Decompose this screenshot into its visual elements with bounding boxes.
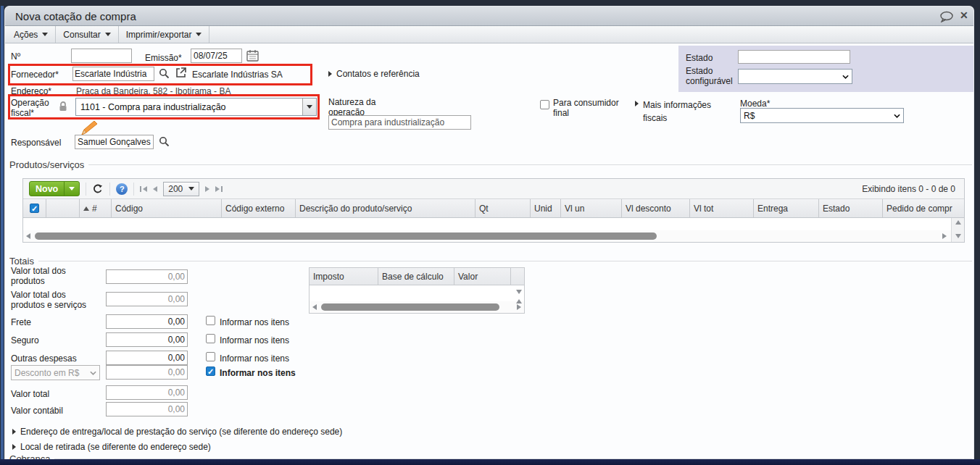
totais-legend-label: Totais	[9, 256, 34, 267]
column-header-estado[interactable]: Estado	[819, 199, 883, 217]
first-page-button[interactable]	[140, 186, 147, 192]
menu-acoes[interactable]: Ações	[7, 26, 56, 43]
column-header-imposto[interactable]: Imposto	[310, 268, 378, 285]
total-produtos-input	[106, 269, 188, 284]
desconto-select[interactable]: Desconto em R$	[11, 365, 100, 380]
column-label: Valor	[458, 272, 478, 282]
emissao-input[interactable]	[191, 49, 242, 63]
select-all-checkbox[interactable]: ✓	[30, 204, 39, 213]
operacao-fiscal-value: 1101 - Compra para industrialização	[76, 102, 226, 112]
scroll-left-icon[interactable]	[26, 233, 30, 239]
chevron-down-icon	[842, 75, 849, 79]
estado-configuravel-select[interactable]	[738, 69, 852, 84]
natureza-input[interactable]	[328, 115, 471, 130]
numero-input[interactable]	[71, 49, 132, 63]
next-page-button[interactable]	[205, 186, 209, 192]
total-produtos-label: Valor total dos produtos	[11, 266, 91, 286]
prev-page-button[interactable]	[153, 186, 157, 192]
menu-consultar[interactable]: Consultar	[56, 26, 118, 43]
column-header-codigo-externo[interactable]: Código externo	[222, 199, 296, 217]
dropdown-button[interactable]	[302, 99, 316, 115]
scrollbar-thumb[interactable]	[35, 232, 657, 240]
fornecedor-link[interactable]: Escarlate Indústrias SA	[192, 70, 283, 80]
contatos-referencia-link[interactable]: Contatos e referência	[328, 69, 420, 79]
estado-input[interactable]	[738, 50, 850, 64]
select-all-cell: ✓	[23, 199, 46, 217]
chat-icon[interactable]	[939, 11, 955, 22]
operacao-fiscal-label: Operação fiscal*	[11, 98, 54, 118]
consumidor-final-checkbox[interactable]	[540, 100, 549, 109]
column-header-unid[interactable]: Unid	[531, 199, 561, 217]
scroll-down-icon[interactable]	[952, 225, 964, 238]
valor-total-input	[106, 385, 188, 400]
last-page-button[interactable]	[215, 186, 223, 192]
imposto-horizontal-scrollbar[interactable]	[310, 301, 524, 313]
seguro-informar-label: Informar nos itens	[220, 335, 289, 345]
column-header-qt[interactable]: Qt	[476, 199, 531, 217]
outras-despesas-input[interactable]	[106, 351, 188, 365]
refresh-icon[interactable]	[92, 183, 104, 195]
chevron-down-icon	[307, 105, 312, 109]
column-header-entrega[interactable]: Entrega	[754, 199, 819, 217]
help-icon[interactable]: ?	[116, 183, 128, 195]
column-header-vl-un[interactable]: Vl un	[561, 199, 622, 217]
fornecedor-input[interactable]	[72, 67, 154, 81]
column-header-codigo[interactable]: Código	[112, 199, 222, 217]
column-header-valor[interactable]: Valor	[454, 268, 511, 285]
column-header-vl-desconto[interactable]: Vl desconto	[622, 199, 690, 217]
frete-input[interactable]	[106, 314, 188, 329]
seguro-informar-checkbox[interactable]	[206, 334, 215, 343]
column-header-vl-tot[interactable]: Vl tot	[690, 199, 754, 217]
responsavel-input[interactable]	[75, 135, 154, 149]
divider	[38, 261, 972, 261]
column-header-base-calculo[interactable]: Base de cálculo	[378, 268, 454, 285]
close-icon[interactable]: ✕	[960, 9, 968, 21]
column-header-actions[interactable]	[46, 199, 80, 217]
page-title: Nova cotação de compra	[15, 10, 136, 22]
seguro-input[interactable]	[106, 332, 188, 347]
mais-informacoes-fiscais-link[interactable]: Mais informações fiscais	[635, 99, 736, 125]
page-size-value: 200	[168, 184, 183, 194]
novo-dropdown[interactable]	[64, 182, 79, 196]
operacao-fiscal-select[interactable]: 1101 - Compra para industrialização	[75, 98, 317, 116]
imposto-table: Imposto Base de cálculo Valor	[309, 267, 525, 314]
frete-informar-checkbox[interactable]	[206, 316, 215, 325]
search-icon[interactable]	[159, 68, 170, 79]
scroll-down-icon[interactable]	[516, 294, 522, 307]
calendar-icon[interactable]	[246, 49, 259, 62]
imposto-table-header: Imposto Base de cálculo Valor	[310, 268, 524, 285]
cobranca-legend: Cobrança	[9, 453, 972, 459]
seguro-label: Seguro	[11, 335, 39, 345]
contatos-referencia-label: Contatos e referência	[336, 69, 420, 79]
external-link-icon[interactable]	[175, 67, 187, 79]
emissao-label: Emissão*	[145, 53, 182, 63]
column-label: Entrega	[757, 204, 788, 214]
column-header-index[interactable]: #	[80, 199, 112, 217]
frete-label: Frete	[11, 317, 31, 327]
endereco-entrega-link[interactable]: Endereço de entrega/local de prestação d…	[12, 427, 342, 437]
chevron-down-icon	[69, 187, 75, 190]
grid-vertical-scrollbar[interactable]	[951, 218, 964, 242]
moeda-select[interactable]: R$	[740, 108, 904, 123]
column-header-pedido-compra[interactable]: Pedido de compra	[883, 199, 952, 217]
outras-despesas-informar-checkbox[interactable]	[206, 352, 215, 361]
produtos-legend: Produtos/serviços	[9, 159, 972, 170]
divider	[109, 183, 110, 196]
novo-button[interactable]: Novo	[29, 181, 80, 196]
local-retirada-link[interactable]: Local de retirada (se diferente do ender…	[12, 442, 211, 452]
chevron-right-icon	[635, 101, 639, 106]
search-icon[interactable]	[159, 136, 170, 147]
numero-label: Nº	[11, 51, 20, 62]
scroll-right-icon[interactable]	[942, 233, 947, 239]
menu-imprimir-exportar[interactable]: Imprimir/exportar	[119, 26, 210, 43]
grid-horizontal-scrollbar[interactable]	[23, 230, 951, 242]
scrollbar-thumb[interactable]	[321, 303, 499, 311]
scroll-left-icon[interactable]	[312, 304, 317, 310]
column-header-descricao[interactable]: Descrição do produto/serviço	[296, 199, 476, 217]
page-size-select[interactable]: 200	[163, 182, 199, 196]
menu-consultar-label: Consultar	[63, 30, 100, 40]
scroll-up-icon[interactable]	[952, 218, 964, 225]
desconto-informar-checkbox[interactable]: ✓	[206, 366, 215, 376]
column-label: Estado	[823, 204, 850, 214]
pencil-icon[interactable]	[80, 120, 98, 136]
